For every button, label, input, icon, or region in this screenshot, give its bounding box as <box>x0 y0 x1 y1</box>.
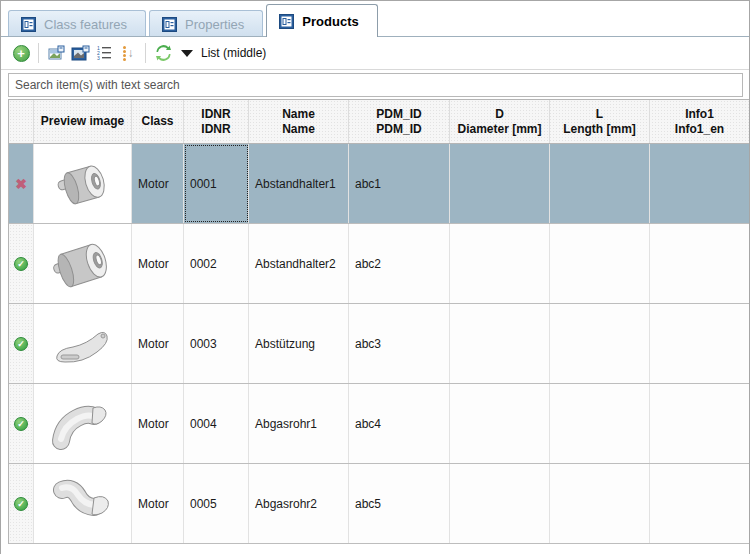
cell-idnr[interactable]: 0003 <box>184 304 249 383</box>
add-button[interactable]: + <box>9 41 33 65</box>
column-header-line1: Name <box>282 107 315 122</box>
cell-l[interactable] <box>550 304 650 383</box>
column-header-line1: PDM_ID <box>376 107 421 122</box>
cell-pdm_id[interactable]: abc4 <box>349 384 450 463</box>
column-header-status[interactable] <box>9 100 34 143</box>
search-bar <box>1 70 749 99</box>
cell-pdm_id[interactable]: abc2 <box>349 224 450 303</box>
cell-class[interactable]: Motor <box>132 304 184 383</box>
cell-name[interactable]: Abgasrohr2 <box>249 464 349 543</box>
numbered-list-button[interactable]: 1 2 3 <box>92 41 116 65</box>
cell-status[interactable]: ✓ <box>9 224 34 303</box>
cell-class[interactable]: Motor <box>132 384 184 463</box>
column-header-class[interactable]: Class <box>132 100 184 143</box>
cell-idnr[interactable]: 0001 <box>184 144 249 223</box>
cell-pdm_id[interactable]: abc3 <box>349 304 450 383</box>
cell-l[interactable] <box>550 224 650 303</box>
cell-status[interactable]: ✖ <box>9 144 34 223</box>
cell-d[interactable] <box>450 144 550 223</box>
cell-name[interactable]: Abstützung <box>249 304 349 383</box>
cell-class[interactable]: Motor <box>132 144 184 223</box>
tab-products[interactable]: Products <box>266 4 377 37</box>
cell-pdm_id[interactable]: abc5 <box>349 464 450 543</box>
cell-pdm_id[interactable]: abc1 <box>349 144 450 223</box>
refresh-button[interactable] <box>151 41 175 65</box>
cell-class[interactable]: Motor <box>132 224 184 303</box>
table-row[interactable]: ✓Motor0003Abstützungabc3 <box>9 304 749 384</box>
column-header-name[interactable]: NameName <box>249 100 349 143</box>
cell-d[interactable] <box>450 384 550 463</box>
cell-idnr[interactable]: 0005 <box>184 464 249 543</box>
cell-name[interactable]: Abstandhalter2 <box>249 224 349 303</box>
cell-l[interactable] <box>550 464 650 543</box>
table-row[interactable]: ✓Motor0005Abgasrohr2abc5 <box>9 464 749 544</box>
status-check-icon: ✓ <box>14 497 28 511</box>
spacer-long-3d <box>40 229 126 299</box>
table-header-row: Preview imageClassIDNRIDNRNameNamePDM_ID… <box>9 100 749 144</box>
exhaust-pipe1-3d <box>40 389 126 459</box>
search-input[interactable] <box>8 73 743 97</box>
table-row[interactable]: ✓Motor0002Abstandhalter2abc2 <box>9 224 749 304</box>
image-small-button[interactable] <box>44 41 68 65</box>
view-mode-dropdown[interactable]: List (middle) <box>181 46 266 60</box>
column-header-line1: L <box>596 107 603 122</box>
column-header-preview[interactable]: Preview image <box>34 100 132 143</box>
form-icon <box>279 14 294 29</box>
cell-d[interactable] <box>450 224 550 303</box>
table-body: ✖Motor0001Abstandhalter1abc1✓Motor0002Ab… <box>9 144 749 544</box>
sort-order-icon: ↓ <box>123 46 134 61</box>
column-header-info1[interactable]: Info1Info1_en <box>650 100 749 143</box>
tab-class-features[interactable]: Class features <box>8 10 146 37</box>
column-header-idnr[interactable]: IDNRIDNR <box>184 100 249 143</box>
column-header-l[interactable]: LLength [mm] <box>550 100 650 143</box>
cell-preview[interactable] <box>34 464 132 543</box>
tab-label: Properties <box>185 17 244 32</box>
cell-info1[interactable] <box>650 304 749 383</box>
cell-preview[interactable] <box>34 384 132 463</box>
toolbar-separator <box>145 43 146 63</box>
cell-info1[interactable] <box>650 224 749 303</box>
cell-status[interactable]: ✓ <box>9 464 34 543</box>
table-row[interactable]: ✖Motor0001Abstandhalter1abc1 <box>9 144 749 224</box>
svg-text:3: 3 <box>97 55 100 61</box>
cell-status[interactable]: ✓ <box>9 384 34 463</box>
column-header-d[interactable]: DDiameter [mm] <box>450 100 550 143</box>
image-small-icon <box>48 45 65 61</box>
cell-d[interactable] <box>450 304 550 383</box>
status-cross-icon: ✖ <box>15 177 27 191</box>
cell-info1[interactable] <box>650 384 749 463</box>
cell-info1[interactable] <box>650 144 749 223</box>
cell-l[interactable] <box>550 144 650 223</box>
table-row[interactable]: ✓Motor0004Abgasrohr1abc4 <box>9 384 749 464</box>
image-large-icon <box>71 45 90 62</box>
column-header-line1: D <box>495 107 504 122</box>
cell-idnr[interactable]: 0002 <box>184 224 249 303</box>
cell-name[interactable]: Abstandhalter1 <box>249 144 349 223</box>
exhaust-pipe2-3d <box>40 469 126 539</box>
products-panel: Class features Properties Products <box>0 0 750 554</box>
cell-preview[interactable] <box>34 224 132 303</box>
column-header-line1: Info1 <box>685 107 714 122</box>
numbered-list-icon: 1 2 3 <box>96 45 112 61</box>
table-bottom-filler <box>1 544 749 554</box>
cell-class[interactable]: Motor <box>132 464 184 543</box>
column-header-line2: Diameter [mm] <box>457 122 541 137</box>
refresh-icon <box>155 45 172 61</box>
cell-info1[interactable] <box>650 464 749 543</box>
form-icon <box>21 17 36 32</box>
tab-properties[interactable]: Properties <box>149 10 263 37</box>
cell-status[interactable]: ✓ <box>9 304 34 383</box>
sort-order-button[interactable]: ↓ <box>116 41 140 65</box>
cell-idnr[interactable]: 0004 <box>184 384 249 463</box>
cell-name[interactable]: Abgasrohr1 <box>249 384 349 463</box>
dropdown-arrow-icon <box>181 50 193 57</box>
column-header-line2: IDNR <box>201 122 230 137</box>
cell-d[interactable] <box>450 464 550 543</box>
add-icon: + <box>13 45 30 62</box>
cell-preview[interactable] <box>34 144 132 223</box>
image-large-button[interactable] <box>68 41 92 65</box>
cell-l[interactable] <box>550 384 650 463</box>
column-header-line2: Name <box>282 122 315 137</box>
cell-preview[interactable] <box>34 304 132 383</box>
column-header-pdm_id[interactable]: PDM_IDPDM_ID <box>349 100 450 143</box>
